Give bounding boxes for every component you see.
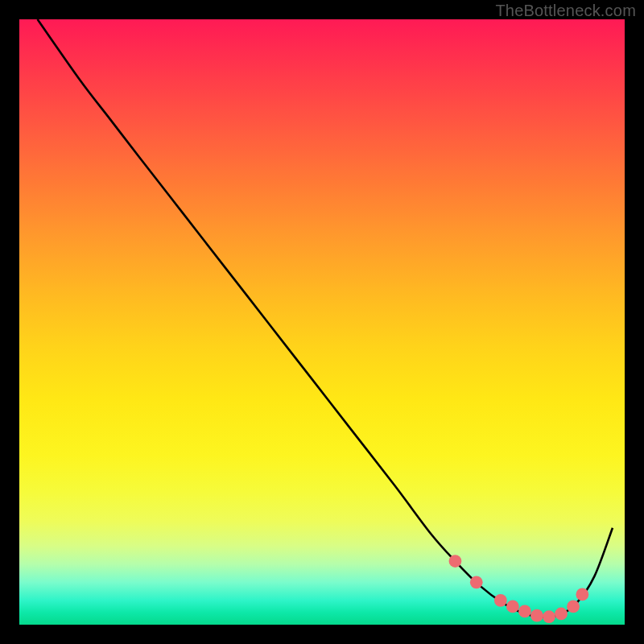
attribution-label: TheBottleneck.com xyxy=(495,2,636,20)
chart-frame: TheBottleneck.com xyxy=(0,0,644,644)
gradient-background xyxy=(19,19,625,625)
plot-area xyxy=(19,19,625,625)
